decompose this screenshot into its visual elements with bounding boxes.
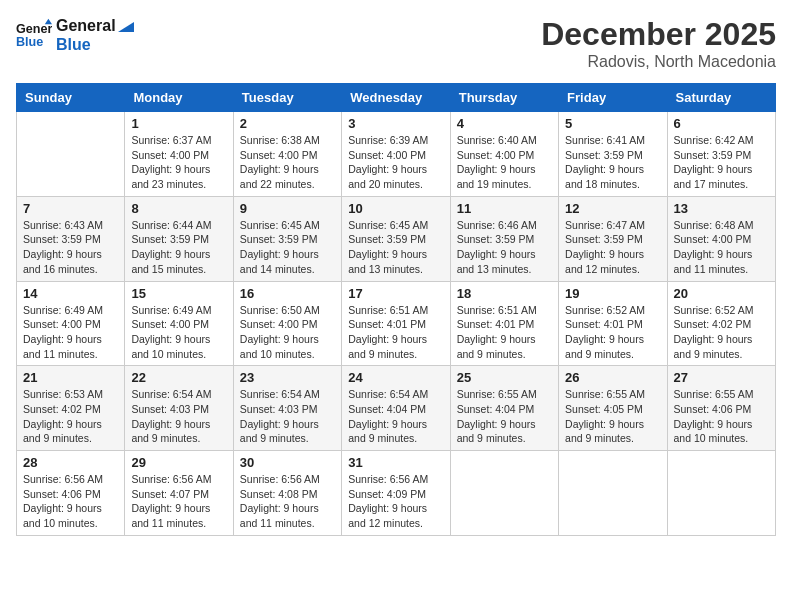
day-info: Sunrise: 6:45 AMSunset: 3:59 PMDaylight:… bbox=[348, 218, 443, 277]
calendar-cell bbox=[559, 451, 667, 536]
day-number: 14 bbox=[23, 286, 118, 301]
svg-marker-3 bbox=[118, 22, 134, 32]
calendar-cell: 19Sunrise: 6:52 AMSunset: 4:01 PMDayligh… bbox=[559, 281, 667, 366]
header-tuesday: Tuesday bbox=[233, 84, 341, 112]
day-number: 28 bbox=[23, 455, 118, 470]
calendar-cell: 9Sunrise: 6:45 AMSunset: 3:59 PMDaylight… bbox=[233, 196, 341, 281]
calendar-cell: 1Sunrise: 6:37 AMSunset: 4:00 PMDaylight… bbox=[125, 112, 233, 197]
logo-line2: Blue bbox=[56, 35, 134, 54]
location-subtitle: Radovis, North Macedonia bbox=[541, 53, 776, 71]
day-number: 21 bbox=[23, 370, 118, 385]
day-info: Sunrise: 6:42 AMSunset: 3:59 PMDaylight:… bbox=[674, 133, 769, 192]
day-number: 23 bbox=[240, 370, 335, 385]
week-row-4: 21Sunrise: 6:53 AMSunset: 4:02 PMDayligh… bbox=[17, 366, 776, 451]
calendar-cell: 28Sunrise: 6:56 AMSunset: 4:06 PMDayligh… bbox=[17, 451, 125, 536]
day-number: 25 bbox=[457, 370, 552, 385]
day-info: Sunrise: 6:55 AMSunset: 4:06 PMDaylight:… bbox=[674, 387, 769, 446]
calendar-cell: 17Sunrise: 6:51 AMSunset: 4:01 PMDayligh… bbox=[342, 281, 450, 366]
calendar-cell: 12Sunrise: 6:47 AMSunset: 3:59 PMDayligh… bbox=[559, 196, 667, 281]
calendar-cell bbox=[667, 451, 775, 536]
day-number: 30 bbox=[240, 455, 335, 470]
day-info: Sunrise: 6:55 AMSunset: 4:05 PMDaylight:… bbox=[565, 387, 660, 446]
day-number: 4 bbox=[457, 116, 552, 131]
calendar-cell: 18Sunrise: 6:51 AMSunset: 4:01 PMDayligh… bbox=[450, 281, 558, 366]
calendar-table: Sunday Monday Tuesday Wednesday Thursday… bbox=[16, 83, 776, 536]
calendar-cell: 30Sunrise: 6:56 AMSunset: 4:08 PMDayligh… bbox=[233, 451, 341, 536]
day-number: 8 bbox=[131, 201, 226, 216]
day-number: 31 bbox=[348, 455, 443, 470]
day-number: 16 bbox=[240, 286, 335, 301]
day-info: Sunrise: 6:50 AMSunset: 4:00 PMDaylight:… bbox=[240, 303, 335, 362]
header-wednesday: Wednesday bbox=[342, 84, 450, 112]
logo: General Blue General Blue bbox=[16, 16, 134, 54]
calendar-cell: 5Sunrise: 6:41 AMSunset: 3:59 PMDaylight… bbox=[559, 112, 667, 197]
day-info: Sunrise: 6:54 AMSunset: 4:03 PMDaylight:… bbox=[131, 387, 226, 446]
title-area: December 2025 Radovis, North Macedonia bbox=[541, 16, 776, 71]
header-friday: Friday bbox=[559, 84, 667, 112]
header-monday: Monday bbox=[125, 84, 233, 112]
day-info: Sunrise: 6:38 AMSunset: 4:00 PMDaylight:… bbox=[240, 133, 335, 192]
day-number: 13 bbox=[674, 201, 769, 216]
day-number: 24 bbox=[348, 370, 443, 385]
header-sunday: Sunday bbox=[17, 84, 125, 112]
day-info: Sunrise: 6:56 AMSunset: 4:07 PMDaylight:… bbox=[131, 472, 226, 531]
day-info: Sunrise: 6:47 AMSunset: 3:59 PMDaylight:… bbox=[565, 218, 660, 277]
day-info: Sunrise: 6:52 AMSunset: 4:02 PMDaylight:… bbox=[674, 303, 769, 362]
calendar-cell: 8Sunrise: 6:44 AMSunset: 3:59 PMDaylight… bbox=[125, 196, 233, 281]
day-number: 1 bbox=[131, 116, 226, 131]
day-info: Sunrise: 6:56 AMSunset: 4:06 PMDaylight:… bbox=[23, 472, 118, 531]
calendar-cell bbox=[450, 451, 558, 536]
day-number: 10 bbox=[348, 201, 443, 216]
day-number: 6 bbox=[674, 116, 769, 131]
calendar-cell: 16Sunrise: 6:50 AMSunset: 4:00 PMDayligh… bbox=[233, 281, 341, 366]
day-number: 22 bbox=[131, 370, 226, 385]
day-info: Sunrise: 6:54 AMSunset: 4:04 PMDaylight:… bbox=[348, 387, 443, 446]
header-thursday: Thursday bbox=[450, 84, 558, 112]
calendar-cell: 10Sunrise: 6:45 AMSunset: 3:59 PMDayligh… bbox=[342, 196, 450, 281]
calendar-cell: 29Sunrise: 6:56 AMSunset: 4:07 PMDayligh… bbox=[125, 451, 233, 536]
calendar-cell: 22Sunrise: 6:54 AMSunset: 4:03 PMDayligh… bbox=[125, 366, 233, 451]
calendar-cell: 7Sunrise: 6:43 AMSunset: 3:59 PMDaylight… bbox=[17, 196, 125, 281]
day-info: Sunrise: 6:49 AMSunset: 4:00 PMDaylight:… bbox=[23, 303, 118, 362]
day-number: 15 bbox=[131, 286, 226, 301]
day-number: 29 bbox=[131, 455, 226, 470]
calendar-cell: 15Sunrise: 6:49 AMSunset: 4:00 PMDayligh… bbox=[125, 281, 233, 366]
calendar-cell: 24Sunrise: 6:54 AMSunset: 4:04 PMDayligh… bbox=[342, 366, 450, 451]
logo-line1: General bbox=[56, 16, 134, 35]
calendar-cell: 20Sunrise: 6:52 AMSunset: 4:02 PMDayligh… bbox=[667, 281, 775, 366]
calendar-cell bbox=[17, 112, 125, 197]
day-number: 27 bbox=[674, 370, 769, 385]
calendar-cell: 25Sunrise: 6:55 AMSunset: 4:04 PMDayligh… bbox=[450, 366, 558, 451]
calendar-cell: 11Sunrise: 6:46 AMSunset: 3:59 PMDayligh… bbox=[450, 196, 558, 281]
calendar-cell: 21Sunrise: 6:53 AMSunset: 4:02 PMDayligh… bbox=[17, 366, 125, 451]
calendar-cell: 26Sunrise: 6:55 AMSunset: 4:05 PMDayligh… bbox=[559, 366, 667, 451]
calendar-cell: 23Sunrise: 6:54 AMSunset: 4:03 PMDayligh… bbox=[233, 366, 341, 451]
day-number: 17 bbox=[348, 286, 443, 301]
day-info: Sunrise: 6:51 AMSunset: 4:01 PMDaylight:… bbox=[457, 303, 552, 362]
day-info: Sunrise: 6:41 AMSunset: 3:59 PMDaylight:… bbox=[565, 133, 660, 192]
week-row-1: 1Sunrise: 6:37 AMSunset: 4:00 PMDaylight… bbox=[17, 112, 776, 197]
day-number: 5 bbox=[565, 116, 660, 131]
day-info: Sunrise: 6:51 AMSunset: 4:01 PMDaylight:… bbox=[348, 303, 443, 362]
day-info: Sunrise: 6:44 AMSunset: 3:59 PMDaylight:… bbox=[131, 218, 226, 277]
day-info: Sunrise: 6:56 AMSunset: 4:09 PMDaylight:… bbox=[348, 472, 443, 531]
calendar-cell: 27Sunrise: 6:55 AMSunset: 4:06 PMDayligh… bbox=[667, 366, 775, 451]
calendar-cell: 4Sunrise: 6:40 AMSunset: 4:00 PMDaylight… bbox=[450, 112, 558, 197]
day-number: 9 bbox=[240, 201, 335, 216]
calendar-cell: 13Sunrise: 6:48 AMSunset: 4:00 PMDayligh… bbox=[667, 196, 775, 281]
calendar-cell: 6Sunrise: 6:42 AMSunset: 3:59 PMDaylight… bbox=[667, 112, 775, 197]
week-row-2: 7Sunrise: 6:43 AMSunset: 3:59 PMDaylight… bbox=[17, 196, 776, 281]
day-number: 12 bbox=[565, 201, 660, 216]
page-header: General Blue General Blue December 2025 … bbox=[16, 16, 776, 71]
day-info: Sunrise: 6:52 AMSunset: 4:01 PMDaylight:… bbox=[565, 303, 660, 362]
week-row-3: 14Sunrise: 6:49 AMSunset: 4:00 PMDayligh… bbox=[17, 281, 776, 366]
day-info: Sunrise: 6:37 AMSunset: 4:00 PMDaylight:… bbox=[131, 133, 226, 192]
month-title: December 2025 bbox=[541, 16, 776, 53]
day-number: 3 bbox=[348, 116, 443, 131]
day-info: Sunrise: 6:48 AMSunset: 4:00 PMDaylight:… bbox=[674, 218, 769, 277]
day-number: 20 bbox=[674, 286, 769, 301]
weekday-header-row: Sunday Monday Tuesday Wednesday Thursday… bbox=[17, 84, 776, 112]
calendar-cell: 2Sunrise: 6:38 AMSunset: 4:00 PMDaylight… bbox=[233, 112, 341, 197]
day-info: Sunrise: 6:40 AMSunset: 4:00 PMDaylight:… bbox=[457, 133, 552, 192]
day-info: Sunrise: 6:49 AMSunset: 4:00 PMDaylight:… bbox=[131, 303, 226, 362]
